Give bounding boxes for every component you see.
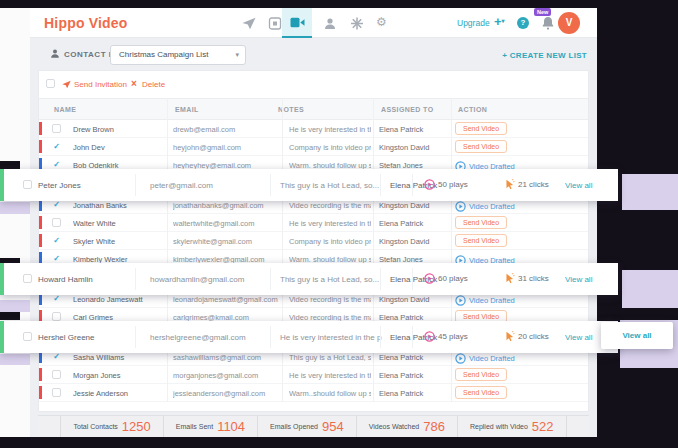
contact-name: Howard Hamlin (38, 275, 93, 284)
contact-assigned-to: Kingston David (379, 237, 449, 246)
send-video-button[interactable]: Send Video (455, 140, 507, 153)
video-camera-tab-active[interactable] (282, 8, 312, 38)
highlighted-contact-row[interactable]: Peter Jones peter@gmail.com This guy is … (0, 169, 618, 201)
row-checkbox[interactable] (52, 370, 61, 379)
row-checkbox[interactable] (52, 388, 61, 397)
column-header-name: NAME (54, 106, 76, 113)
row-checkbox[interactable]: ✓ (52, 254, 61, 263)
table-row[interactable]: Jessie Anderson jessieanderson@gmail.com… (39, 384, 588, 402)
footer-stat: Emails Sent 1104 (164, 416, 258, 437)
row-status-stripe (39, 386, 42, 399)
column-header-email: EMAIL (175, 106, 199, 113)
column-divider (270, 174, 271, 196)
row-status-stripe (39, 216, 42, 229)
plays-metric: 50 plays (424, 179, 468, 190)
row-checkbox[interactable] (52, 124, 61, 133)
contact-notes: Company is into video produ... (289, 237, 371, 246)
table-row[interactable]: ✓ John Dev heyjohn@gmail.com Company is … (39, 138, 588, 156)
contact-assigned-to: Elena Patrick (379, 371, 449, 380)
send-icon[interactable] (242, 17, 256, 30)
play-circle-icon (424, 179, 435, 190)
contact-notes: Video recording is the mai... (289, 201, 371, 210)
row-checkbox[interactable]: ✓ (52, 352, 61, 361)
plus-icon: + (502, 51, 510, 60)
contact-name: Sasha Williams (73, 353, 163, 362)
column-header-assigned: ASSIGNED TO (381, 106, 434, 113)
contact-notes: He is very interested in the prod... (280, 333, 382, 342)
row-checkbox[interactable] (52, 312, 61, 321)
action-cell: Send Video (455, 140, 585, 153)
play-circle-icon (455, 353, 466, 364)
play-circle-icon (455, 295, 466, 306)
action-cell: Send Video (455, 386, 585, 399)
user-avatar[interactable]: V (558, 12, 580, 34)
highlighted-contact-row[interactable]: Howard Hamlin howardhamlin@gmail.com Thi… (0, 263, 618, 295)
new-badge: New (534, 8, 551, 16)
view-all-link[interactable]: View all (565, 333, 592, 342)
footer-stat: Videos Watched 786 (357, 416, 458, 437)
help-icon[interactable]: ? (517, 17, 529, 29)
contacts-icon[interactable] (323, 17, 337, 30)
row-checkbox[interactable]: ✓ (52, 160, 61, 169)
video-drafted-status: Video Drafted (455, 295, 515, 306)
send-video-button[interactable]: Send Video (455, 234, 507, 247)
view-all-link[interactable]: View all (565, 275, 592, 284)
send-video-button[interactable]: Send Video (455, 216, 507, 229)
integrations-icon[interactable] (350, 17, 364, 30)
play-circle-icon (455, 201, 466, 212)
settings-gear-icon[interactable]: ⚙ (376, 15, 390, 28)
contact-name: Morgan Jones (73, 371, 163, 380)
send-video-button[interactable]: Send Video (455, 368, 507, 381)
view-all-popout[interactable]: View all (601, 322, 673, 349)
stat-label: Total Contacts (73, 423, 117, 430)
plays-count: 45 plays (438, 332, 468, 341)
send-video-button[interactable]: Send Video (455, 122, 507, 135)
row-checkbox[interactable]: ✓ (52, 236, 61, 245)
send-invitation-button[interactable]: Send Invitation (74, 80, 127, 89)
contact-name: Skyler White (73, 237, 163, 246)
background-lavender-stub (0, 202, 30, 214)
clicks-metric: 21 clicks (505, 179, 549, 190)
plays-count: 50 plays (438, 180, 468, 189)
list-subheader: CONTACT LIST Christmas Campaign List▾ + … (30, 38, 597, 70)
upgrade-link[interactable]: Upgrade (457, 18, 490, 28)
view-all-link[interactable]: View all (565, 181, 592, 190)
contact-assigned-to: Kingston David (379, 143, 449, 152)
select-all-checkbox[interactable] (46, 79, 55, 88)
table-row[interactable]: Walter White waltertwhite@gmail.com He i… (39, 214, 588, 232)
record-icon[interactable] (268, 17, 282, 30)
contact-assigned-to: Elena Patrick (379, 219, 449, 228)
row-checkbox[interactable] (23, 180, 32, 189)
row-checkbox[interactable]: ✓ (52, 142, 61, 151)
contact-name: Walter White (73, 219, 163, 228)
highlighted-contact-row[interactable]: Hershel Greene hershelgreene@gmail.com H… (0, 321, 618, 353)
contact-email: howardhamlin@gmail.com (150, 275, 244, 284)
campaign-list-dropdown[interactable]: Christmas Campaign List▾ (110, 45, 246, 65)
add-new-button[interactable]: +▾ (494, 14, 505, 29)
column-divider (412, 268, 413, 290)
notification-bell-icon[interactable] (542, 16, 554, 30)
table-toolbar: Send Invitation × Delete (39, 71, 588, 98)
create-new-list-button[interactable]: + CREATE NEW LIST (502, 51, 587, 60)
contact-assigned-to: Kingston David (379, 201, 449, 210)
contact-notes: He is very interested in the prod... (289, 371, 371, 380)
stat-value: 522 (532, 419, 554, 434)
video-drafted-status: Video Drafted (455, 353, 515, 364)
column-divider (412, 326, 413, 348)
table-row[interactable]: Drew Brown drewb@email.com He is very in… (39, 120, 588, 138)
delete-button[interactable]: Delete (142, 80, 165, 89)
row-checkbox[interactable]: ✓ (52, 200, 61, 209)
table-row[interactable]: ✓ Skyler White skylerwhite@gmail.com Com… (39, 232, 588, 250)
column-divider (135, 268, 136, 290)
column-divider (412, 174, 413, 196)
row-status-stripe (39, 234, 42, 247)
row-checkbox[interactable] (23, 332, 32, 341)
contact-notes: This guy is a Hot Lead, so... (280, 275, 382, 284)
row-checkbox[interactable] (23, 274, 32, 283)
table-row[interactable]: Morgan Jones morganjones@gmail.com He is… (39, 366, 588, 384)
send-video-button[interactable]: Send Video (455, 386, 507, 399)
stat-value: 954 (322, 419, 344, 434)
row-checkbox[interactable] (52, 218, 61, 227)
row-checkbox[interactable]: ✓ (52, 294, 61, 303)
stats-footer: Total Contacts 1250 Emails Sent 1104 Ema… (38, 415, 589, 437)
